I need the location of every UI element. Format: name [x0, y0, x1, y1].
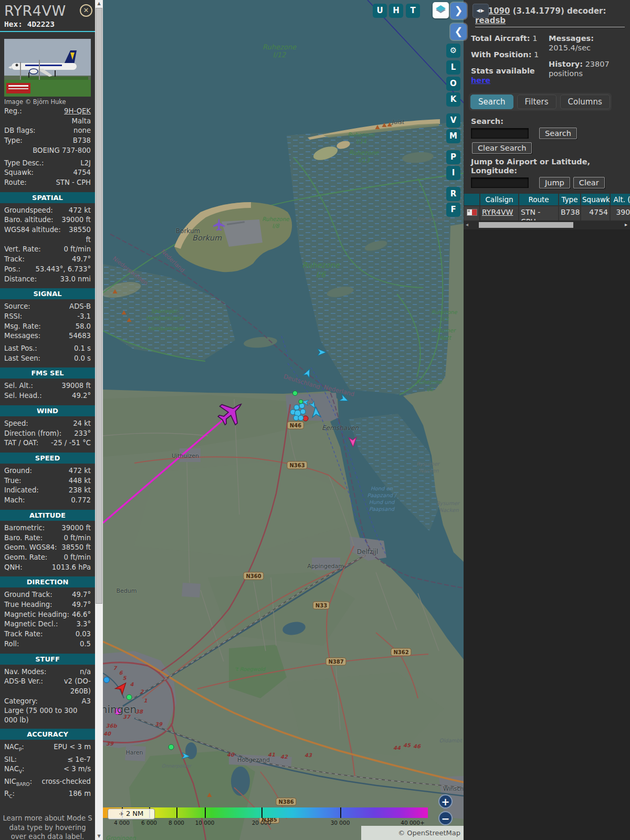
- jump-button[interactable]: Jump: [539, 177, 570, 188]
- legend-tick: [261, 807, 262, 818]
- map-button-R[interactable]: R: [446, 187, 460, 201]
- data-row: WGS84 altitude:38550 ft: [0, 225, 95, 245]
- zoom-out-button[interactable]: −: [438, 811, 453, 825]
- settings-gear-button[interactable]: ⚙: [446, 44, 460, 58]
- data-row: Squawk:4754: [0, 168, 95, 178]
- search-button[interactable]: Search: [539, 128, 577, 139]
- layers-icon: [433, 2, 449, 18]
- scroll-down-icon[interactable]: ▼: [95, 833, 103, 840]
- map-button-F[interactable]: F: [446, 203, 460, 217]
- data-row: True Heading:49.7°: [0, 600, 95, 610]
- data-sections: Reg.:9H-QEKMaltaDB flags:noneType:B738BO…: [0, 107, 95, 801]
- data-value: -25 / -51 °C: [40, 438, 91, 448]
- panel-collapse-toggle[interactable]: ◀▶: [472, 4, 489, 18]
- legend-tick: [176, 807, 177, 818]
- jump-input[interactable]: [471, 177, 529, 188]
- stats-grid: Total Aircraft: 1 With Position: 1 Stats…: [471, 34, 630, 85]
- scrollbar-thumb[interactable]: [96, 8, 102, 604]
- map-button-O[interactable]: O: [446, 77, 460, 91]
- legend-tick-label: 40 000+: [401, 820, 425, 826]
- sidebar-scrollbar[interactable]: ▲ ▼: [95, 0, 103, 840]
- panel-lower-area: [464, 229, 630, 840]
- horizontal-scrollbar[interactable]: ◂ ▸: [464, 220, 630, 229]
- data-row: TAT / OAT:-25 / -51 °C: [0, 438, 95, 448]
- section-header: DIRECTION: [0, 576, 95, 587]
- section-header: FMS SEL: [0, 368, 95, 379]
- aircraft-photo-art: [4, 39, 91, 97]
- table-header[interactable]: Route: [519, 194, 558, 205]
- clear-search-button[interactable]: Clear Search: [472, 142, 532, 154]
- map-button-H[interactable]: H: [389, 4, 403, 18]
- map-button-T[interactable]: T: [406, 4, 420, 18]
- tab-filters[interactable]: Filters: [517, 94, 556, 109]
- collapse-left-button[interactable]: ❮: [450, 24, 467, 40]
- exit-number: 45: [403, 742, 411, 748]
- data-value: cross-checked: [34, 777, 91, 789]
- exit-number: 7: [113, 665, 117, 671]
- data-row: Sel. Alt.:39008 ft: [0, 381, 95, 391]
- data-value: n/a: [48, 667, 91, 677]
- data-value: 472 kt: [55, 206, 91, 216]
- road-badge: N363: [287, 461, 307, 469]
- data-row: Track Rate:0.03: [0, 629, 95, 639]
- section-header: STUFF: [0, 654, 95, 665]
- expand-right-button[interactable]: ❯: [450, 3, 467, 19]
- table-header[interactable]: Alt. (ft): [611, 194, 630, 205]
- data-row: Malta: [0, 117, 95, 127]
- exit-number: 1: [144, 698, 148, 704]
- panel-tabs: SearchFiltersColumns: [469, 93, 612, 111]
- map-button-U[interactable]: U: [373, 4, 387, 18]
- registration-link[interactable]: 9H-QEK: [24, 107, 91, 117]
- data-row: Mach:0.772: [0, 496, 95, 506]
- data-value: 0 ft/min: [49, 553, 91, 563]
- map-button-L[interactable]: L: [446, 60, 460, 75]
- section-header: SIGNAL: [0, 288, 95, 299]
- layers-button[interactable]: [433, 2, 449, 18]
- data-value: < 3 m/s: [27, 764, 91, 776]
- data-row: Distance:33.0 nmi: [0, 275, 95, 285]
- hscroll-thumb[interactable]: [479, 222, 573, 228]
- map-button-K[interactable]: K: [446, 92, 460, 107]
- data-value: 0 ft/min: [45, 533, 91, 543]
- data-value: 53.443°, 6.733°: [23, 265, 91, 275]
- data-row: Geom. Rate:0 ft/min: [0, 553, 95, 563]
- hscroll-right-icon[interactable]: ▸: [625, 222, 627, 227]
- table-header[interactable]: Type: [559, 194, 580, 205]
- map-button-V[interactable]: V: [446, 113, 460, 128]
- data-value: 0.1 s: [39, 344, 91, 354]
- data-row: Direction (from):233°: [0, 429, 95, 439]
- tab-search[interactable]: Search: [470, 94, 513, 109]
- data-value: 472 kt: [34, 466, 91, 476]
- hscroll-left-icon[interactable]: ◂: [466, 222, 468, 227]
- data-value: 49.7°: [55, 600, 91, 610]
- data-value: 58.0: [43, 322, 91, 332]
- close-icon[interactable]: ✕: [80, 4, 92, 17]
- map-button-P[interactable]: P: [446, 150, 460, 164]
- road-badge: N387: [326, 658, 346, 666]
- table-header[interactable]: Squawk: [581, 194, 610, 205]
- search-input[interactable]: [471, 128, 529, 139]
- road-badge: N33: [313, 602, 330, 610]
- data-value: 39000 ft: [47, 523, 91, 533]
- map-button-M[interactable]: M: [446, 129, 460, 143]
- data-row: Baro. altitude:39000 ft: [0, 215, 95, 225]
- data-row: Barometric:39000 ft: [0, 523, 95, 533]
- jump-clear-button[interactable]: Clear: [573, 177, 605, 188]
- table-header[interactable]: [464, 194, 479, 205]
- data-value: 186 m: [17, 789, 91, 801]
- map-button-I[interactable]: I: [446, 166, 460, 180]
- sidebar-footer-note: Learn more about Mode S data type by hov…: [0, 814, 95, 840]
- data-value: 39008 ft: [35, 381, 91, 391]
- osm-link[interactable]: © OpenStreetMap: [398, 829, 460, 837]
- map-canvas[interactable]: RuhezoneI/12JuistRuhezoneI/14RuhezoneI/1…: [103, 0, 464, 840]
- zoom-in-button[interactable]: +: [438, 794, 453, 808]
- aircraft-photo[interactable]: [4, 39, 91, 97]
- stats-here-link[interactable]: here: [471, 76, 490, 85]
- table-header[interactable]: Callsign: [480, 194, 518, 205]
- data-row: BOEING 737-800: [0, 146, 95, 156]
- data-row: Ground:472 kt: [0, 466, 95, 476]
- tab-columns[interactable]: Columns: [560, 94, 610, 109]
- data-row: NICBARO:cross-checked: [0, 777, 95, 789]
- data-row: Ground Track:49.7°: [0, 590, 95, 600]
- scroll-up-icon[interactable]: ▲: [95, 0, 103, 7]
